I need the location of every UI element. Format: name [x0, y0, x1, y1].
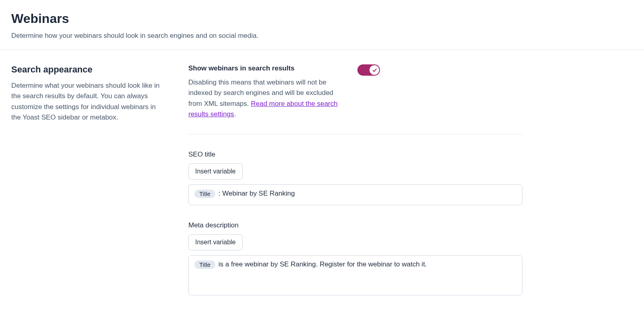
- page-header: Webinars Determine how your webinars sho…: [0, 0, 644, 50]
- page-subtitle: Determine how your webinars should look …: [11, 32, 633, 40]
- section-desc-text: Determine what your webinars should look…: [11, 80, 164, 123]
- seo-title-insert-variable-button[interactable]: Insert variable: [188, 163, 243, 179]
- meta-description-insert-variable-button[interactable]: Insert variable: [188, 234, 243, 250]
- meta-description-label: Meta description: [188, 221, 522, 229]
- page-title: Webinars: [11, 11, 633, 26]
- main-panel: Show webinars in search results Disablin…: [188, 64, 522, 295]
- toggle-label: Show webinars in search results: [188, 64, 341, 72]
- variable-pill-title[interactable]: Title: [194, 260, 215, 269]
- seo-title-input[interactable]: Title : Webinar by SE Ranking: [188, 184, 522, 205]
- toggle-text-block: Show webinars in search results Disablin…: [188, 64, 341, 120]
- content: Search appearance Determine what your we…: [0, 50, 644, 295]
- check-icon: [372, 68, 377, 73]
- seo-title-group: SEO title Insert variable Title : Webina…: [188, 151, 522, 205]
- seo-title-text: : Webinar by SE Ranking: [219, 190, 295, 198]
- section-description: Search appearance Determine what your we…: [11, 64, 164, 295]
- toggle-desc-after: .: [234, 110, 236, 118]
- show-in-search-toggle[interactable]: [357, 64, 380, 76]
- toggle-knob: [369, 65, 379, 75]
- variable-pill-title[interactable]: Title: [194, 190, 215, 198]
- section-title: Search appearance: [11, 64, 164, 75]
- seo-title-label: SEO title: [188, 151, 522, 159]
- toggle-desc: Disabling this means that webinars will …: [188, 77, 341, 120]
- meta-description-input[interactable]: Title is a free webinar by SE Ranking. R…: [188, 255, 522, 295]
- meta-description-text: is a free webinar by SE Ranking. Registe…: [219, 260, 427, 268]
- toggle-row: Show webinars in search results Disablin…: [188, 64, 522, 134]
- meta-description-group: Meta description Insert variable Title i…: [188, 221, 522, 295]
